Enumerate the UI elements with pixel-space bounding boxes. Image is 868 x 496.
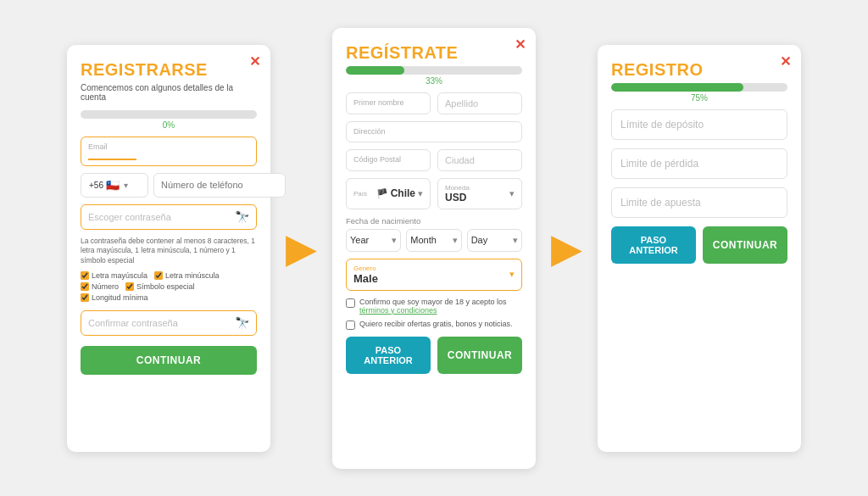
terms-checkbox[interactable]	[346, 298, 355, 308]
password-hint: La contraseña debe contener al menos 8 c…	[81, 237, 257, 267]
card3-buttons: PASO ANTERIOR CONTINUAR	[611, 226, 787, 264]
continue-button-2[interactable]: CONTINUAR	[437, 337, 522, 374]
bet-limit-label: Limite de apuesta	[620, 197, 701, 209]
currency-chevron-icon: ▾	[509, 188, 515, 199]
back-button-3[interactable]: PASO ANTERIOR	[611, 226, 696, 264]
arrow-1: ▶	[286, 228, 317, 269]
check-uppercase-label: Letra mayúscula	[92, 271, 147, 280]
month-selector[interactable]: Month ▾	[406, 229, 461, 252]
currency-value: USD	[445, 192, 466, 203]
password-field[interactable]: Escoger contraseña 🔭	[81, 204, 257, 230]
close-button-1[interactable]: ✕	[249, 53, 260, 70]
continue-button-3[interactable]: CONTINUAR	[703, 226, 787, 264]
country-chevron-icon: ▾	[418, 188, 423, 199]
phone-input[interactable]	[153, 173, 286, 198]
country-value: Chile	[391, 187, 415, 199]
card1-subtitle: Comencemos con algunos detalles de la cu…	[81, 83, 257, 102]
terms-checkbox-wrapper: Confirmo que soy mayor de 18 y acepto lo…	[346, 298, 522, 315]
currency-selector[interactable]: Moneda USD ▾	[437, 178, 522, 209]
deposit-limit-label: Límite de depósito	[620, 119, 704, 131]
card2-buttons: PASO ANTERIOR CONTINUAR	[346, 337, 522, 374]
day-chevron-icon: ▾	[513, 235, 518, 246]
deposit-limit-field[interactable]: Límite de depósito	[611, 109, 787, 140]
show-password-icon[interactable]: 🔭	[235, 210, 249, 224]
card-step2: ✕ REGÍSTRATE 33% Primer nombre Apellido …	[332, 28, 536, 469]
back-button-2[interactable]: PASO ANTERIOR	[346, 337, 431, 374]
first-name-field[interactable]: Primer nombre	[346, 92, 431, 114]
calling-code-value: +56	[89, 181, 103, 190]
check-symbol[interactable]: Símbolo especial	[125, 282, 195, 291]
country-currency-row: País 🏴 Chile ▾ Moneda USD ▾	[346, 178, 522, 209]
gender-wrapper: Genero Male	[353, 265, 378, 285]
country-flag-icon: 🏴	[376, 188, 388, 199]
email-cursor[interactable]	[88, 152, 136, 160]
month-value: Month	[410, 235, 437, 245]
year-chevron-icon: ▾	[392, 235, 397, 246]
confirm-password-field[interactable]: Confirmar contraseña 🔭	[81, 310, 257, 336]
country-with-flag: 🏴 Chile ▾	[376, 187, 423, 199]
country-selector[interactable]: País 🏴 Chile ▾	[346, 178, 431, 209]
card1-title: REGISTRARSE	[81, 60, 257, 80]
calling-code-selector[interactable]: +56 🇨🇱 ▾	[81, 173, 148, 198]
progress-bar-bg-2	[346, 66, 522, 75]
country-label: País	[353, 190, 367, 198]
day-value: Day	[471, 235, 488, 245]
card3-title: REGISTRO	[611, 60, 787, 80]
address-label: Dirección	[353, 127, 515, 136]
phone-row: +56 🇨🇱 ▾	[81, 173, 257, 198]
registration-wizard: ✕ REGISTRARSE Comencemos con algunos det…	[0, 0, 868, 496]
card-step1: ✕ REGISTRARSE Comencemos con algunos det…	[67, 45, 270, 452]
check-number[interactable]: Número	[81, 282, 119, 291]
gender-chevron-icon: ▾	[509, 269, 515, 280]
gender-selector[interactable]: Genero Male ▾	[346, 259, 522, 291]
calling-code-chevron-icon: ▾	[124, 181, 128, 190]
continue-button-1[interactable]: CONTINUAR	[81, 346, 257, 375]
check-number-label: Número	[92, 282, 119, 291]
check-uppercase[interactable]: Letra mayúscula	[81, 271, 147, 280]
check-length[interactable]: Longitud mínima	[81, 293, 148, 302]
password-requirements: Letra mayúscula Letra minúscula Número S…	[81, 271, 257, 302]
postal-field[interactable]: Código Postal	[346, 149, 431, 171]
city-field[interactable]: Ciudad	[437, 149, 522, 171]
check-symbol-label: Símbolo especial	[136, 282, 195, 291]
country-value-wrapper: País	[353, 190, 367, 198]
check-lowercase-label: Letra minúscula	[165, 271, 220, 280]
progress-bar-bg-1	[81, 110, 257, 119]
year-value: Year	[350, 235, 369, 245]
address-field[interactable]: Dirección	[346, 121, 522, 142]
postal-city-row: Código Postal Ciudad	[346, 149, 522, 171]
password-placeholder: Escoger contraseña	[88, 212, 171, 222]
first-name-label: Primer nombre	[353, 98, 423, 107]
loss-limit-field[interactable]: Limite de pérdida	[611, 148, 787, 179]
last-name-field[interactable]: Apellido	[437, 92, 522, 114]
email-label: Email	[88, 142, 249, 151]
postal-label: Código Postal	[353, 155, 423, 164]
card2-title: REGÍSTRATE	[346, 43, 522, 63]
progress-label-2: 33%	[346, 76, 522, 86]
currency-wrapper: Moneda USD	[445, 184, 470, 203]
close-button-2[interactable]: ✕	[515, 36, 526, 53]
progress-bar-bg-3	[611, 83, 787, 92]
loss-limit-label: Limite de pérdida	[620, 158, 698, 170]
dob-row: Year ▾ Month ▾ Day ▾	[346, 229, 522, 252]
card-step3: ✕ REGISTRO 75% Límite de depósito Limite…	[598, 45, 801, 452]
progress-bar-fill-3	[611, 83, 743, 92]
arrow-2: ▶	[551, 228, 582, 269]
offers-checkbox[interactable]	[346, 320, 355, 330]
email-field-wrapper: Email	[81, 137, 257, 166]
city-placeholder: Ciudad	[445, 155, 475, 165]
close-button-3[interactable]: ✕	[780, 53, 791, 70]
offers-text: Quiero recibir ofertas gratis, bonos y n…	[359, 320, 513, 328]
show-confirm-password-icon[interactable]: 🔭	[235, 316, 249, 330]
progress-bar-fill-2	[346, 66, 404, 75]
bet-limit-field[interactable]: Limite de apuesta	[611, 187, 787, 218]
dob-label: Fecha de nacimiento	[346, 216, 522, 226]
day-selector[interactable]: Day ▾	[467, 229, 522, 252]
offers-checkbox-wrapper: Quiero recibir ofertas gratis, bonos y n…	[346, 320, 522, 330]
terms-link[interactable]: términos y condiciones	[359, 306, 437, 315]
progress-label-3: 75%	[611, 93, 787, 103]
confirm-password-placeholder: Confirmar contraseña	[88, 318, 178, 328]
check-lowercase[interactable]: Letra minúscula	[154, 271, 220, 280]
year-selector[interactable]: Year ▾	[346, 229, 401, 252]
name-row: Primer nombre Apellido	[346, 92, 522, 114]
